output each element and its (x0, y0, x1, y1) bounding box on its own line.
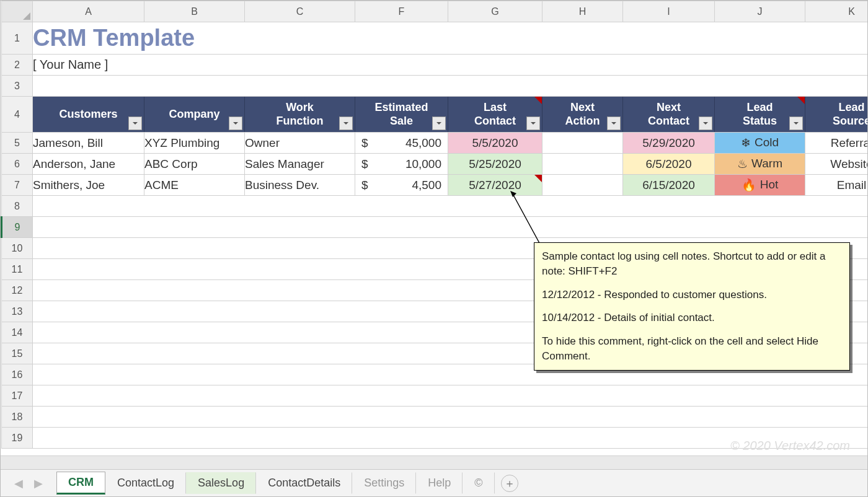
row-header-5[interactable]: 5 (2, 133, 33, 154)
col-header-F[interactable]: F (355, 1, 448, 22)
cell-estimated-sale[interactable]: $10,000 (355, 154, 448, 175)
sheet-tab-settings[interactable]: Settings (352, 472, 416, 494)
empty-cells[interactable] (33, 196, 868, 217)
page-title[interactable]: CRM Template (33, 22, 868, 55)
cell-next-action[interactable] (542, 154, 623, 175)
row-header-6[interactable]: 6 (2, 154, 33, 175)
col-header-J[interactable]: J (715, 1, 805, 22)
cell-next-contact[interactable]: 6/15/2020 (623, 175, 715, 196)
row-header-17[interactable]: 17 (2, 385, 33, 407)
sheet-tab-crm[interactable]: CRM (56, 472, 105, 495)
header-last-contact[interactable]: Last Contact (448, 97, 542, 133)
row-header-2[interactable]: 2 (2, 55, 33, 76)
filter-button-next-action[interactable] (607, 117, 621, 130)
table-row[interactable]: 6 Anderson, Jane ABC Corp Sales Manager … (2, 154, 868, 175)
filter-button-estimated-sale[interactable] (432, 117, 446, 130)
sheet-tab-help[interactable]: Help (416, 472, 463, 494)
row-header-14[interactable]: 14 (2, 322, 33, 343)
sheet-tab-saleslog[interactable]: SalesLog (186, 472, 256, 494)
filter-button-next-contact[interactable] (699, 117, 712, 130)
cell-empty-row3[interactable] (33, 76, 868, 97)
row-header-7[interactable]: 7 (2, 175, 33, 196)
col-header-G[interactable]: G (448, 1, 542, 22)
row-header-13[interactable]: 13 (2, 301, 33, 322)
header-customers[interactable]: Customers (33, 97, 144, 133)
filter-button-last-contact[interactable] (526, 117, 540, 130)
col-header-I[interactable]: I (623, 1, 715, 22)
sheet-tab-contactlog[interactable]: ContactLog (105, 472, 186, 494)
cell-work-function[interactable]: Sales Manager (245, 154, 355, 175)
filter-button-work-function[interactable] (339, 117, 353, 130)
row-header-16[interactable]: 16 (2, 364, 33, 385)
empty-cells[interactable] (33, 385, 868, 407)
add-sheet-button[interactable]: ＋ (501, 475, 518, 492)
filter-button-company[interactable] (229, 117, 242, 130)
header-company[interactable]: Company (144, 97, 245, 133)
select-all-cell[interactable] (2, 1, 33, 22)
filter-button-lead-status[interactable] (789, 117, 803, 130)
col-header-A[interactable]: A (33, 1, 144, 22)
cell-next-contact[interactable]: 5/29/2020 (623, 133, 715, 154)
empty-cells[interactable] (33, 407, 868, 428)
filter-button-customers[interactable] (128, 117, 142, 130)
worksheet-grid[interactable]: A B C F G H I J K 1 CRM Template 2 [ You… (1, 1, 867, 467)
header-next-action[interactable]: Next Action (542, 97, 623, 133)
col-header-H[interactable]: H (542, 1, 623, 22)
comment-line-4: To hide this comment, right-click on the… (542, 334, 842, 364)
cell-last-contact[interactable]: 5/27/2020 (448, 175, 542, 196)
cell-last-contact[interactable]: 5/5/2020 (448, 133, 542, 154)
cell-lead-source[interactable]: Website (805, 154, 868, 175)
chevron-down-icon (436, 120, 442, 126)
row-header-3[interactable]: 3 (2, 76, 33, 97)
row-header-8[interactable]: 8 (2, 196, 33, 217)
cell-customer[interactable]: Jameson, Bill (33, 133, 144, 154)
cell-lead-status[interactable]: 🔥Hot (715, 175, 805, 196)
sheet-tab-contactdetails[interactable]: ContactDetails (256, 472, 352, 494)
cell-lead-status[interactable]: ❄Cold (715, 133, 805, 154)
row-header-12[interactable]: 12 (2, 280, 33, 301)
header-estimated-sale[interactable]: Estimated Sale (355, 97, 448, 133)
row-header-9[interactable]: 9 (2, 217, 33, 238)
cell-last-contact[interactable]: 5/25/2020 (448, 154, 542, 175)
cell-lead-source[interactable]: Email (805, 175, 868, 196)
cell-estimated-sale[interactable]: $4,500 (355, 175, 448, 196)
row-header-18[interactable]: 18 (2, 407, 33, 428)
table-row[interactable]: 7 Smithers, Joe ACME Business Dev. $4,50… (2, 175, 868, 196)
cell-comment-popup[interactable]: Sample contact log using cell notes. Sho… (534, 242, 850, 371)
table-row[interactable]: 5 Jameson, Bill XYZ Plumbing Owner $45,0… (2, 133, 868, 154)
cell-next-action[interactable] (542, 175, 623, 196)
row-header-1[interactable]: 1 (2, 22, 33, 55)
row-header-10[interactable]: 10 (2, 238, 33, 259)
cell-estimated-sale[interactable]: $45,000 (355, 133, 448, 154)
cell-company[interactable]: ABC Corp (144, 154, 245, 175)
row-header-11[interactable]: 11 (2, 259, 33, 280)
lead-status-text: Warm (751, 157, 782, 170)
cell-lead-source[interactable]: Referral (805, 133, 868, 154)
cell-customer[interactable]: Anderson, Jane (33, 154, 144, 175)
cell-work-function[interactable]: Business Dev. (245, 175, 355, 196)
cell-company[interactable]: XYZ Plumbing (144, 133, 245, 154)
cell-work-function[interactable]: Owner (245, 133, 355, 154)
cell-customer[interactable]: Smithers, Joe (33, 175, 144, 196)
col-header-B[interactable]: B (144, 1, 245, 22)
author-placeholder[interactable]: [ Your Name ] (33, 55, 868, 76)
cell-next-action[interactable] (542, 133, 623, 154)
empty-cells[interactable] (33, 217, 868, 238)
sheet-tab-copyright[interactable]: © (463, 472, 494, 494)
row-header-15[interactable]: 15 (2, 343, 33, 364)
header-lead-status[interactable]: Lead Status (715, 97, 805, 133)
cell-company[interactable]: ACME (144, 175, 245, 196)
header-work-function[interactable]: Work Function (245, 97, 355, 133)
header-next-contact[interactable]: Next Contact (623, 97, 715, 133)
row-header-4[interactable]: 4 (2, 97, 33, 133)
header-lead-source[interactable]: Lead Source (805, 97, 868, 133)
col-header-K[interactable]: K (805, 1, 868, 22)
cell-lead-status[interactable]: ♨Warm (715, 154, 805, 175)
col-header-C[interactable]: C (245, 1, 355, 22)
cell-next-contact[interactable]: 6/5/2020 (623, 154, 715, 175)
column-header-row[interactable]: A B C F G H I J K (2, 1, 868, 22)
row-header-19[interactable]: 19 (2, 428, 33, 449)
tab-nav-prev-icon[interactable]: ◀ (14, 477, 23, 490)
tab-nav-next-icon[interactable]: ▶ (34, 477, 43, 490)
horizontal-scrollbar[interactable] (1, 455, 867, 469)
